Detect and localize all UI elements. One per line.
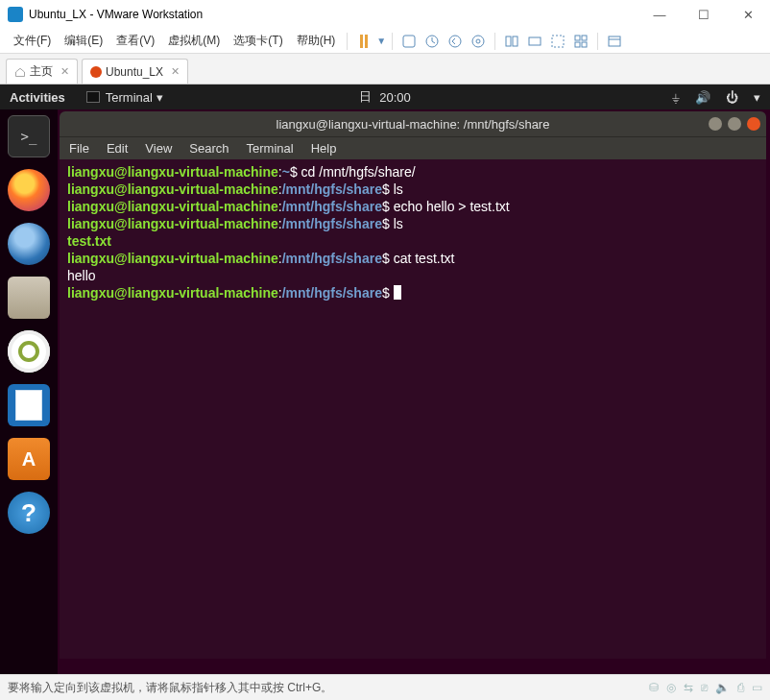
maximize-button[interactable]: ☐ [682,0,726,29]
vmware-tabbar: 主页 ✕ Ubuntu_LX ✕ [0,54,770,84]
app-menu-label: Terminal ▾ [106,90,163,105]
tray-chevron-icon[interactable]: ▾ [754,90,760,105]
window-title: Ubuntu_LX - VMware Workstation [29,8,638,21]
tab-home-close-icon[interactable]: ✕ [60,65,69,78]
activities-button[interactable]: Activities [10,90,65,105]
status-usb-icon[interactable]: ⎚ [701,681,708,694]
terminal-icon [86,91,100,103]
term-menu-search[interactable]: Search [189,141,229,156]
dock-help-icon[interactable] [8,492,50,534]
status-printer-icon[interactable]: ⎙ [737,681,744,694]
status-drive-icon[interactable]: ▭ [752,681,762,694]
gnome-dock [0,109,58,674]
pause-button[interactable] [353,32,374,51]
svg-rect-5 [506,36,511,46]
menu-edit[interactable]: 编辑(E) [59,31,108,51]
system-tray[interactable]: ⏚ 🔊 ⏻ ▾ [672,90,760,105]
separator [392,33,393,50]
dock-writer-icon[interactable] [8,384,50,426]
vm-display[interactable]: Activities Terminal ▾ 日 20:00 ⏚ 🔊 ⏻ ▾ li… [0,84,770,674]
term-menu-terminal[interactable]: Terminal [247,141,294,156]
terminal-body[interactable]: liangxu@liangxu-virtual-machine:~$ cd /m… [60,159,766,305]
separator [347,33,348,50]
terminal-window: liangxu@liangxu-virtual-machine: /mnt/hg… [60,111,766,659]
dropdown-icon[interactable]: ▼ [376,36,386,46]
dock-rhythmbox-icon[interactable] [8,330,50,373]
vmware-statusbar: 要将输入定向到该虚拟机，请将鼠标指针移入其中或按 Ctrl+G。 ⛁ ◎ ⇆ ⎚… [0,674,770,700]
separator [494,33,495,50]
clock-day: 日 [359,88,372,106]
term-menu-view[interactable]: View [145,141,172,156]
unity-icon[interactable] [524,32,545,51]
term-menu-edit[interactable]: Edit [107,141,128,156]
clock-time: 20:00 [379,90,411,105]
home-icon [14,66,26,78]
terminal-titlebar[interactable]: liangxu@liangxu-virtual-machine: /mnt/hg… [60,111,766,136]
menu-view[interactable]: 查看(V) [110,31,160,51]
svg-rect-13 [609,36,620,46]
dock-files-icon[interactable] [8,277,50,319]
svg-point-2 [449,36,461,47]
thumbnail-icon[interactable] [570,32,591,51]
window-titlebar: Ubuntu_LX - VMware Workstation ― ☐ ✕ [0,0,770,29]
tab-vm-close-icon[interactable]: ✕ [171,65,180,78]
snapshot-revert-icon[interactable] [445,32,466,51]
tab-home-label: 主页 [30,63,53,80]
status-disk-icon[interactable]: ⛁ [649,681,659,694]
ubuntu-icon [90,66,102,78]
terminal-minimize-button[interactable] [709,117,722,131]
dock-firefox-icon[interactable] [8,169,50,211]
power-icon[interactable]: ⏻ [726,90,738,105]
vmware-menubar: 文件(F) 编辑(E) 查看(V) 虚拟机(M) 选项卡(T) 帮助(H) ▼ [0,29,770,54]
status-sound-icon[interactable]: 🔈 [715,681,730,694]
status-net-icon[interactable]: ⇆ [684,681,693,694]
menu-help[interactable]: 帮助(H) [291,31,342,51]
library-icon[interactable] [604,32,625,51]
clock[interactable]: 日 20:00 [359,88,411,106]
fit-guest-icon[interactable] [501,32,522,51]
send-ctrlaltdel-icon[interactable] [398,32,420,51]
dock-software-icon[interactable] [8,438,50,480]
menu-vm[interactable]: 虚拟机(M) [162,31,226,51]
status-message: 要将输入定向到该虚拟机，请将鼠标指针移入其中或按 Ctrl+G。 [8,680,332,696]
dock-show-apps-icon[interactable] [8,545,50,588]
minimize-button[interactable]: ― [638,0,682,29]
tab-vm-label: Ubuntu_LX [106,65,163,79]
vmware-icon [8,7,23,22]
terminal-menubar: File Edit View Search Terminal Help [60,136,766,159]
terminal-maximize-button[interactable] [728,117,741,131]
menu-tabs[interactable]: 选项卡(T) [228,31,288,51]
svg-point-3 [472,36,484,47]
svg-point-4 [476,39,480,43]
close-button[interactable]: ✕ [726,0,770,29]
gnome-topbar: Activities Terminal ▾ 日 20:00 ⏚ 🔊 ⏻ ▾ [0,84,770,109]
snapshot-icon[interactable] [421,32,443,51]
separator [597,33,598,50]
svg-rect-0 [403,36,415,47]
dock-thunderbird-icon[interactable] [8,223,50,265]
terminal-close-button[interactable] [747,117,760,131]
status-device-icons: ⛁ ◎ ⇆ ⎚ 🔈 ⎙ ▭ [649,681,762,694]
menu-file[interactable]: 文件(F) [8,31,57,51]
svg-rect-9 [575,36,580,40]
term-menu-file[interactable]: File [69,141,89,156]
fullscreen-icon[interactable] [547,32,568,51]
terminal-title: liangxu@liangxu-virtual-machine: /mnt/hg… [277,117,550,132]
snapshot-manager-icon[interactable] [468,32,489,51]
svg-rect-8 [552,36,564,47]
dock-terminal-icon[interactable] [8,115,50,157]
app-menu[interactable]: Terminal ▾ [86,90,163,105]
svg-rect-7 [529,37,541,45]
term-menu-help[interactable]: Help [311,141,337,156]
svg-rect-6 [513,36,517,46]
volume-icon[interactable]: 🔊 [695,90,710,105]
svg-rect-11 [575,42,580,47]
svg-rect-12 [582,42,587,47]
network-icon[interactable]: ⏚ [672,90,680,105]
svg-rect-10 [582,36,587,40]
status-cd-icon[interactable]: ◎ [666,681,676,694]
tab-vm[interactable]: Ubuntu_LX ✕ [82,59,188,84]
tab-home[interactable]: 主页 ✕ [6,59,78,84]
